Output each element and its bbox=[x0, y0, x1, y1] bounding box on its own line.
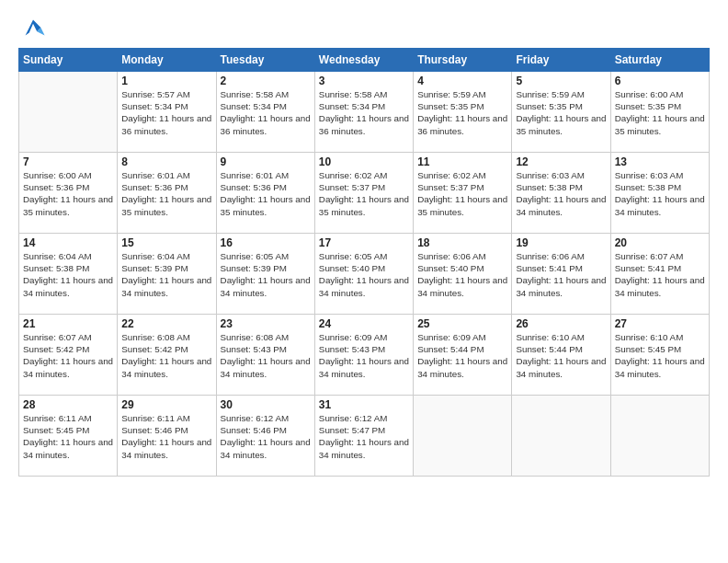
day-number: 5 bbox=[516, 75, 606, 87]
day-info: Sunrise: 6:07 AMSunset: 5:41 PMDaylight:… bbox=[615, 250, 705, 299]
day-cell: 3Sunrise: 5:58 AMSunset: 5:34 PMDaylight… bbox=[314, 72, 413, 153]
svg-marker-0 bbox=[26, 20, 41, 36]
day-cell: 11Sunrise: 6:02 AMSunset: 5:37 PMDayligh… bbox=[414, 153, 512, 234]
day-cell: 9Sunrise: 6:01 AMSunset: 5:36 PMDaylight… bbox=[216, 153, 314, 234]
day-cell: 27Sunrise: 6:10 AMSunset: 5:45 PMDayligh… bbox=[610, 315, 709, 396]
day-info: Sunrise: 6:02 AMSunset: 5:37 PMDaylight:… bbox=[417, 169, 507, 218]
day-cell: 14Sunrise: 6:04 AMSunset: 5:38 PMDayligh… bbox=[19, 234, 118, 315]
weekday-header-wednesday: Wednesday bbox=[314, 49, 413, 72]
day-cell: 6Sunrise: 6:00 AMSunset: 5:35 PMDaylight… bbox=[610, 72, 709, 153]
day-info: Sunrise: 6:09 AMSunset: 5:43 PMDaylight:… bbox=[319, 331, 409, 380]
day-info: Sunrise: 5:59 AMSunset: 5:35 PMDaylight:… bbox=[417, 88, 507, 137]
day-number: 6 bbox=[615, 75, 705, 87]
day-info: Sunrise: 5:58 AMSunset: 5:34 PMDaylight:… bbox=[319, 88, 409, 137]
day-number: 27 bbox=[615, 317, 705, 330]
day-cell: 5Sunrise: 5:59 AMSunset: 5:35 PMDaylight… bbox=[512, 72, 610, 153]
day-cell: 28Sunrise: 6:11 AMSunset: 5:45 PMDayligh… bbox=[19, 396, 118, 477]
day-info: Sunrise: 6:01 AMSunset: 5:36 PMDaylight:… bbox=[221, 169, 311, 218]
day-number: 21 bbox=[23, 317, 113, 330]
weekday-header-row: SundayMondayTuesdayWednesdayThursdayFrid… bbox=[19, 49, 710, 72]
day-info: Sunrise: 6:10 AMSunset: 5:45 PMDaylight:… bbox=[615, 331, 705, 380]
day-number: 10 bbox=[319, 155, 409, 168]
day-info: Sunrise: 6:05 AMSunset: 5:39 PMDaylight:… bbox=[221, 250, 311, 299]
weekday-header-sunday: Sunday bbox=[19, 49, 118, 72]
day-cell: 30Sunrise: 6:12 AMSunset: 5:46 PMDayligh… bbox=[216, 396, 314, 477]
day-number: 14 bbox=[23, 236, 113, 249]
day-cell: 29Sunrise: 6:11 AMSunset: 5:46 PMDayligh… bbox=[118, 396, 216, 477]
day-cell: 23Sunrise: 6:08 AMSunset: 5:43 PMDayligh… bbox=[216, 315, 314, 396]
day-info: Sunrise: 6:04 AMSunset: 5:39 PMDaylight:… bbox=[121, 250, 211, 299]
day-number: 26 bbox=[516, 317, 606, 330]
day-number: 24 bbox=[319, 317, 409, 330]
day-cell: 10Sunrise: 6:02 AMSunset: 5:37 PMDayligh… bbox=[314, 153, 413, 234]
day-number: 4 bbox=[417, 75, 507, 87]
day-number: 2 bbox=[221, 75, 311, 87]
day-number: 28 bbox=[23, 398, 113, 411]
day-cell: 4Sunrise: 5:59 AMSunset: 5:35 PMDaylight… bbox=[414, 72, 512, 153]
day-info: Sunrise: 5:59 AMSunset: 5:35 PMDaylight:… bbox=[516, 88, 606, 137]
week-row-5: 28Sunrise: 6:11 AMSunset: 5:45 PMDayligh… bbox=[19, 396, 710, 477]
weekday-header-thursday: Thursday bbox=[414, 49, 512, 72]
day-cell: 21Sunrise: 6:07 AMSunset: 5:42 PMDayligh… bbox=[19, 315, 118, 396]
day-cell: 31Sunrise: 6:12 AMSunset: 5:47 PMDayligh… bbox=[314, 396, 413, 477]
day-number: 13 bbox=[615, 155, 705, 168]
day-cell: 12Sunrise: 6:03 AMSunset: 5:38 PMDayligh… bbox=[512, 153, 610, 234]
day-number: 7 bbox=[23, 155, 113, 168]
day-number: 22 bbox=[121, 317, 211, 330]
week-row-2: 7Sunrise: 6:00 AMSunset: 5:36 PMDaylight… bbox=[19, 153, 710, 234]
day-number: 16 bbox=[221, 236, 311, 249]
day-number: 18 bbox=[417, 236, 507, 249]
page: SundayMondayTuesdayWednesdayThursdayFrid… bbox=[0, 0, 728, 563]
logo bbox=[18, 15, 46, 40]
calendar-table: SundayMondayTuesdayWednesdayThursdayFrid… bbox=[18, 48, 710, 477]
day-cell: 19Sunrise: 6:06 AMSunset: 5:41 PMDayligh… bbox=[512, 234, 610, 315]
day-info: Sunrise: 6:00 AMSunset: 5:36 PMDaylight:… bbox=[23, 169, 113, 218]
day-info: Sunrise: 6:06 AMSunset: 5:40 PMDaylight:… bbox=[417, 250, 507, 299]
day-number: 19 bbox=[516, 236, 606, 249]
day-cell: 18Sunrise: 6:06 AMSunset: 5:40 PMDayligh… bbox=[414, 234, 512, 315]
logo-icon bbox=[20, 15, 46, 40]
day-number: 15 bbox=[121, 236, 211, 249]
weekday-header-tuesday: Tuesday bbox=[216, 49, 314, 72]
day-info: Sunrise: 6:06 AMSunset: 5:41 PMDaylight:… bbox=[516, 250, 606, 299]
day-info: Sunrise: 6:08 AMSunset: 5:42 PMDaylight:… bbox=[121, 331, 211, 380]
day-cell: 16Sunrise: 6:05 AMSunset: 5:39 PMDayligh… bbox=[216, 234, 314, 315]
day-info: Sunrise: 6:03 AMSunset: 5:38 PMDaylight:… bbox=[615, 169, 705, 218]
day-cell: 22Sunrise: 6:08 AMSunset: 5:42 PMDayligh… bbox=[118, 315, 216, 396]
week-row-3: 14Sunrise: 6:04 AMSunset: 5:38 PMDayligh… bbox=[19, 234, 710, 315]
day-cell: 7Sunrise: 6:00 AMSunset: 5:36 PMDaylight… bbox=[19, 153, 118, 234]
day-info: Sunrise: 6:00 AMSunset: 5:35 PMDaylight:… bbox=[615, 88, 705, 137]
day-number: 25 bbox=[417, 317, 507, 330]
day-cell bbox=[19, 72, 118, 153]
day-number: 30 bbox=[221, 398, 311, 411]
day-info: Sunrise: 6:07 AMSunset: 5:42 PMDaylight:… bbox=[23, 331, 113, 380]
day-number: 3 bbox=[319, 75, 409, 87]
day-cell: 17Sunrise: 6:05 AMSunset: 5:40 PMDayligh… bbox=[314, 234, 413, 315]
day-number: 1 bbox=[121, 75, 211, 87]
weekday-header-friday: Friday bbox=[512, 49, 610, 72]
day-info: Sunrise: 5:58 AMSunset: 5:34 PMDaylight:… bbox=[221, 88, 311, 137]
day-cell: 15Sunrise: 6:04 AMSunset: 5:39 PMDayligh… bbox=[118, 234, 216, 315]
day-info: Sunrise: 6:04 AMSunset: 5:38 PMDaylight:… bbox=[23, 250, 113, 299]
week-row-4: 21Sunrise: 6:07 AMSunset: 5:42 PMDayligh… bbox=[19, 315, 710, 396]
day-info: Sunrise: 6:11 AMSunset: 5:46 PMDaylight:… bbox=[121, 412, 211, 461]
day-number: 12 bbox=[516, 155, 606, 168]
day-cell: 2Sunrise: 5:58 AMSunset: 5:34 PMDaylight… bbox=[216, 72, 314, 153]
day-cell: 24Sunrise: 6:09 AMSunset: 5:43 PMDayligh… bbox=[314, 315, 413, 396]
day-info: Sunrise: 6:05 AMSunset: 5:40 PMDaylight:… bbox=[319, 250, 409, 299]
day-number: 31 bbox=[319, 398, 409, 411]
day-info: Sunrise: 6:12 AMSunset: 5:46 PMDaylight:… bbox=[221, 412, 311, 461]
day-cell: 26Sunrise: 6:10 AMSunset: 5:44 PMDayligh… bbox=[512, 315, 610, 396]
weekday-header-monday: Monday bbox=[118, 49, 216, 72]
day-number: 17 bbox=[319, 236, 409, 249]
day-cell: 8Sunrise: 6:01 AMSunset: 5:36 PMDaylight… bbox=[118, 153, 216, 234]
day-info: Sunrise: 6:12 AMSunset: 5:47 PMDaylight:… bbox=[319, 412, 409, 461]
day-info: Sunrise: 6:03 AMSunset: 5:38 PMDaylight:… bbox=[516, 169, 606, 218]
day-cell: 20Sunrise: 6:07 AMSunset: 5:41 PMDayligh… bbox=[610, 234, 709, 315]
day-info: Sunrise: 6:11 AMSunset: 5:45 PMDaylight:… bbox=[23, 412, 113, 461]
day-number: 29 bbox=[121, 398, 211, 411]
day-cell bbox=[512, 396, 610, 477]
day-info: Sunrise: 6:09 AMSunset: 5:44 PMDaylight:… bbox=[417, 331, 507, 380]
day-number: 9 bbox=[221, 155, 311, 168]
week-row-1: 1Sunrise: 5:57 AMSunset: 5:34 PMDaylight… bbox=[19, 72, 710, 153]
